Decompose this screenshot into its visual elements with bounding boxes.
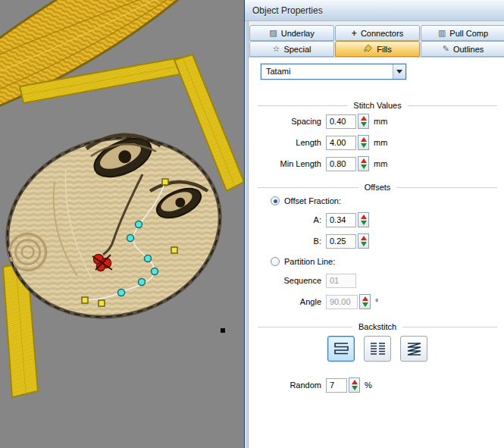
zigzag-backstitch-icon xyxy=(404,341,424,356)
spinner-down-arrow[interactable] xyxy=(361,242,367,246)
tab-strip: ▨ Underlay + Connectors ▥ Pull Comp ☆ Sp… xyxy=(249,21,504,57)
backstitch-borderline-button[interactable] xyxy=(364,336,391,362)
random-unit: % xyxy=(365,381,372,390)
angle-label: Angle xyxy=(249,297,326,306)
design-canvas[interactable] xyxy=(0,0,244,448)
special-icon: ☆ xyxy=(273,45,280,53)
spinner-up-arrow[interactable] xyxy=(361,137,367,142)
offset-a-row: A: 0.34 xyxy=(249,211,504,228)
length-input[interactable]: 4.00 xyxy=(326,136,356,150)
min-length-label: Min Length xyxy=(249,159,326,168)
connectors-icon: + xyxy=(352,29,357,38)
control-point-square[interactable] xyxy=(162,179,168,185)
tab-pull-comp[interactable]: ▥ Pull Comp xyxy=(421,25,504,41)
tab-outlines[interactable]: ✎ Outlines xyxy=(421,41,504,57)
backstitch-buttons xyxy=(249,336,504,362)
control-point-square[interactable] xyxy=(171,247,177,253)
offset-b-input[interactable]: 0.25 xyxy=(326,234,356,249)
angle-unit: ° xyxy=(375,297,378,306)
offset-fraction-label: Offset Fraction: xyxy=(284,196,341,205)
dropdown-button[interactable] xyxy=(393,64,405,79)
object-anchor-handle[interactable] xyxy=(221,328,225,333)
fills-icon xyxy=(363,44,373,55)
spinner-up-arrow[interactable] xyxy=(361,116,367,121)
spacing-unit: mm xyxy=(374,117,387,126)
borderline-backstitch-icon xyxy=(368,341,387,356)
control-point-circle[interactable] xyxy=(136,221,142,228)
tab-connectors[interactable]: + Connectors xyxy=(335,25,420,41)
dialog-body: ▨ Underlay + Connectors ▥ Pull Comp ☆ Sp… xyxy=(248,21,504,448)
spinner-down-arrow[interactable] xyxy=(361,122,367,127)
angle-spinner[interactable] xyxy=(359,294,371,309)
tab-label: Pull Comp xyxy=(449,29,488,38)
tab-label: Underlay xyxy=(281,29,315,38)
outlines-icon: ✎ xyxy=(443,45,449,53)
tab-special[interactable]: ☆ Special xyxy=(249,41,334,57)
tab-label: Special xyxy=(283,45,311,54)
sequence-label: Sequence xyxy=(249,276,326,285)
offset-b-label: B: xyxy=(249,237,326,246)
spinner-down-arrow[interactable] xyxy=(361,221,367,225)
backstitch-zigzag-button[interactable] xyxy=(400,336,427,362)
spinner-down-arrow[interactable] xyxy=(352,386,358,390)
tab-label: Outlines xyxy=(453,45,484,54)
control-point-circle[interactable] xyxy=(139,279,146,286)
partition-line-radio[interactable] xyxy=(271,257,280,266)
spinner-down-arrow[interactable] xyxy=(362,302,368,307)
underlay-icon: ▨ xyxy=(269,29,277,37)
control-point-circle[interactable] xyxy=(152,268,158,275)
offset-b-row: B: 0.25 xyxy=(249,233,504,249)
control-point-circle[interactable] xyxy=(145,255,152,262)
stitch-values-header: Stitch Values xyxy=(258,101,497,110)
min-length-unit: mm xyxy=(374,159,387,168)
sequence-row: Sequence 01 xyxy=(249,272,504,289)
spacing-label: Spacing xyxy=(249,117,326,126)
window-title: Object Properties xyxy=(252,5,323,16)
spinner-up-arrow[interactable] xyxy=(361,236,367,240)
offset-a-label: A: xyxy=(249,215,326,224)
offset-fraction-radio[interactable] xyxy=(271,196,280,205)
pull-comp-icon: ▥ xyxy=(438,29,446,37)
section-title: Backstitch xyxy=(352,322,402,331)
control-point-square[interactable] xyxy=(82,297,88,303)
window-titlebar[interactable]: Object Properties xyxy=(245,0,504,21)
offset-a-spinner[interactable] xyxy=(358,212,369,227)
partition-line-option: Partition Line: xyxy=(271,255,504,268)
spinner-up-arrow[interactable] xyxy=(361,215,367,219)
fill-type-value: Tatami xyxy=(261,64,393,79)
sequence-input: 01 xyxy=(326,274,356,288)
length-spinner[interactable] xyxy=(358,135,369,150)
spacing-spinner[interactable] xyxy=(358,114,369,129)
spacing-input[interactable]: 0.40 xyxy=(326,114,356,129)
random-row: Random 7 % xyxy=(249,377,504,393)
standard-backstitch-icon xyxy=(331,341,351,356)
random-input[interactable]: 7 xyxy=(326,378,347,393)
offset-b-spinner[interactable] xyxy=(358,233,369,249)
section-title: Stitch Values xyxy=(347,101,407,110)
offset-fraction-option: Offset Fraction: xyxy=(271,195,504,207)
length-row: Length 4.00 mm xyxy=(249,134,504,151)
tab-fills[interactable]: Fills xyxy=(335,41,420,57)
min-length-spinner[interactable] xyxy=(358,156,369,171)
spinner-down-arrow[interactable] xyxy=(361,164,367,169)
random-spinner[interactable] xyxy=(349,378,360,393)
random-label: Random xyxy=(249,381,326,390)
tab-underlay[interactable]: ▨ Underlay xyxy=(249,25,334,41)
backstitch-standard-button[interactable] xyxy=(327,336,355,362)
spinner-up-arrow[interactable] xyxy=(361,158,367,163)
backstitch-header: Backstitch xyxy=(258,322,497,331)
control-point-square[interactable] xyxy=(99,300,105,306)
embroidery-design[interactable] xyxy=(0,0,244,448)
length-unit: mm xyxy=(374,138,387,147)
offset-a-input[interactable]: 0.34 xyxy=(326,213,356,227)
spinner-up-arrow[interactable] xyxy=(362,296,368,301)
control-point-circle[interactable] xyxy=(118,290,125,296)
fill-type-dropdown[interactable]: Tatami xyxy=(261,64,406,80)
angle-input: 90.00 xyxy=(326,295,358,309)
control-point-circle[interactable] xyxy=(127,235,134,242)
min-length-input[interactable]: 0.80 xyxy=(326,157,356,171)
offsets-header: Offsets xyxy=(258,183,497,192)
spinner-down-arrow[interactable] xyxy=(361,143,367,148)
tab-label: Fills xyxy=(377,45,392,54)
spinner-up-arrow[interactable] xyxy=(352,380,358,384)
